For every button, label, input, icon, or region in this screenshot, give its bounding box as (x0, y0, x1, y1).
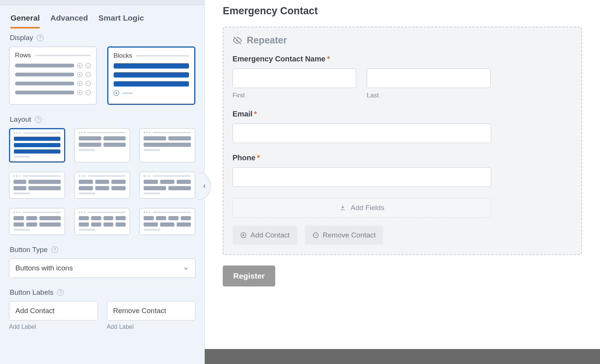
repeater-field[interactable]: Repeater Emergency Contact Name* First L… (223, 27, 582, 255)
display-label-text: Display (10, 34, 33, 42)
add-label-sub: Add Label (9, 324, 98, 330)
minus-circle-icon (312, 232, 319, 239)
tab-general[interactable]: General (10, 13, 40, 28)
layout-option-3col-mixed[interactable] (139, 172, 195, 199)
help-icon[interactable]: ? (35, 116, 42, 123)
rows-preview: +− +− +− +− (15, 63, 91, 95)
repeater-title-text: Repeater (247, 35, 287, 46)
decorative-line (35, 55, 91, 56)
tab-smart-logic[interactable]: Smart Logic (99, 13, 144, 28)
layout-option-2col-stacked[interactable] (139, 128, 195, 163)
plus-icon: + (77, 63, 82, 68)
submit-button[interactable]: Register (223, 266, 275, 286)
layout-option-3col-2row[interactable] (74, 172, 130, 199)
email-input[interactable] (232, 124, 491, 143)
required-mark: * (327, 55, 330, 63)
minus-icon: − (86, 81, 91, 86)
display-option-blocks[interactable]: Blocks + (107, 46, 196, 105)
plus-circle-icon (240, 232, 247, 239)
tab-advanced[interactable]: Advanced (50, 13, 88, 28)
plus-icon: + (77, 72, 82, 77)
phone-field-label: Phone* (232, 154, 572, 162)
section-layout: Layout ? (0, 110, 204, 240)
add-label-input[interactable] (9, 301, 98, 321)
sidebar-top-bar (0, 0, 204, 5)
section-button-labels: Button Labels ? Add Label Add Label (0, 283, 204, 336)
button-labels-label-text: Button Labels (10, 288, 53, 297)
chevron-down-icon (183, 265, 189, 271)
first-name-sub: First (232, 92, 356, 99)
email-field-label: Email* (232, 110, 572, 118)
button-type-label-text: Button Type (10, 246, 48, 254)
remove-label-sub: Add Label (107, 324, 196, 330)
last-name-input[interactable] (367, 69, 490, 88)
remove-contact-button[interactable]: Remove Contact (305, 226, 384, 245)
help-icon[interactable]: ? (51, 246, 58, 253)
settings-sidebar: General Advanced Smart Logic Display ? R… (0, 0, 205, 364)
button-type-label: Button Type ? (9, 246, 195, 254)
display-option-rows[interactable]: Rows +− +− +− +− (9, 46, 97, 105)
layout-option-4col-b[interactable] (74, 208, 130, 235)
blocks-title: Blocks (114, 52, 132, 60)
layout-option-1col[interactable] (9, 128, 65, 163)
first-name-input[interactable] (232, 69, 356, 88)
add-fields-dropzone[interactable]: Add Fields (232, 198, 491, 218)
section-button-type: Button Type ? Buttons with icons (0, 240, 204, 283)
layout-label-text: Layout (10, 115, 31, 124)
layout-option-2col-2row[interactable] (74, 128, 130, 163)
rows-title: Rows (15, 52, 31, 59)
decorative-line (136, 55, 189, 57)
plus-icon: + (77, 81, 82, 86)
button-type-select[interactable]: Buttons with icons (9, 258, 195, 278)
remove-label-input[interactable] (107, 301, 196, 321)
plus-icon: + (77, 90, 82, 95)
minus-icon: − (86, 72, 91, 77)
minus-icon: − (86, 90, 91, 95)
button-type-value: Buttons with icons (15, 264, 73, 272)
layout-option-4col-a[interactable] (9, 208, 65, 235)
layout-label: Layout ? (9, 115, 195, 124)
last-name-sub: Last (367, 92, 490, 99)
repeater-title: Repeater (232, 35, 572, 46)
eye-off-icon (232, 36, 242, 45)
phone-input[interactable] (232, 167, 491, 187)
name-field-label: Emergency Contact Name* (232, 55, 572, 63)
add-contact-button[interactable]: Add Contact (232, 226, 297, 245)
section-display: Display ? Rows +− +− +− +− (0, 28, 204, 110)
required-mark: * (254, 110, 257, 118)
help-icon[interactable]: ? (57, 289, 64, 296)
add-contact-text: Add Contact (250, 231, 290, 239)
settings-tabs: General Advanced Smart Logic (0, 5, 204, 28)
display-label: Display ? (9, 34, 195, 42)
form-heading: Emergency Contact (223, 0, 582, 27)
blocks-preview: + (114, 63, 189, 96)
add-fields-text: Add Fields (351, 204, 384, 212)
required-mark: * (257, 154, 260, 162)
layout-option-narrow-wide[interactable] (9, 172, 65, 199)
download-icon (339, 204, 346, 211)
remove-contact-text: Remove Contact (323, 231, 376, 239)
help-icon[interactable]: ? (37, 34, 44, 41)
form-canvas: Emergency Contact Repeater Emergency Con… (205, 0, 600, 349)
plus-icon: + (114, 90, 119, 96)
minus-icon: − (86, 63, 91, 68)
button-labels-label: Button Labels ? (9, 288, 195, 297)
form-canvas-wrapper: Emergency Contact Repeater Emergency Con… (205, 0, 600, 364)
layout-option-4col-c[interactable] (139, 208, 195, 235)
